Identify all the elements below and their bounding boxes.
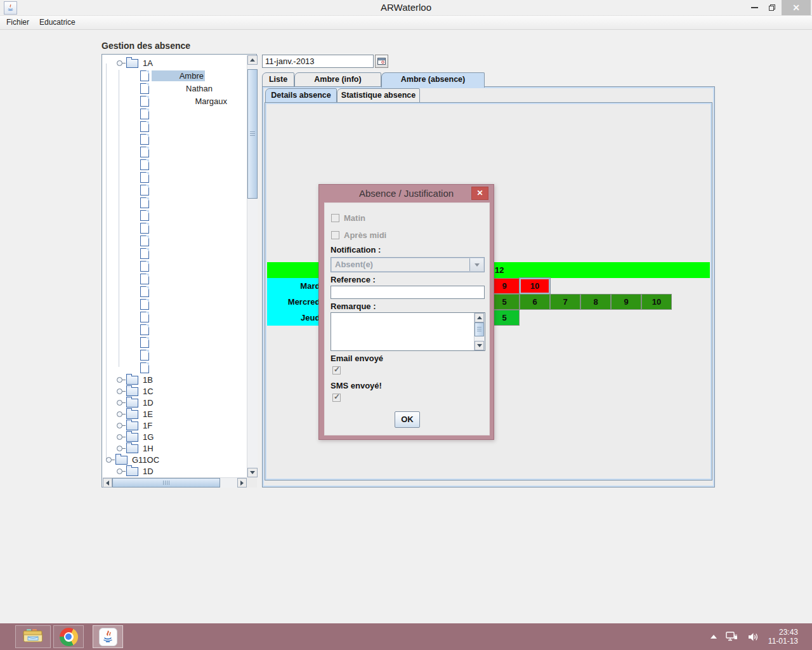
close-button[interactable]: ✕	[782, 0, 811, 15]
clock[interactable]: 23:43 11-01-13	[768, 628, 798, 646]
tree-leaf-empty-11[interactable]	[103, 196, 246, 209]
network-tray-icon[interactable]	[726, 632, 738, 642]
tab-ambre-info[interactable]: Ambre (info)	[294, 72, 381, 87]
tree-node-1e[interactable]: 1E	[103, 408, 246, 420]
expand-handle-icon[interactable]	[116, 432, 125, 441]
calendar-cell-mercredi-6[interactable]: 6	[520, 294, 550, 310]
tree-leaf-margaux[interactable]: Margaux	[103, 95, 246, 107]
dropdown-arrow-button[interactable]	[469, 258, 483, 271]
scroll-left-button[interactable]	[103, 478, 112, 488]
tree-leaf-empty-22[interactable]	[103, 336, 246, 348]
remarque-textarea[interactable]	[331, 312, 485, 351]
tree-leaf-empty-15[interactable]	[103, 247, 246, 260]
titlebar[interactable]: ARWaterloo ✕	[0, 0, 812, 16]
tree-leaf-empty-9[interactable]	[103, 171, 246, 183]
tree-leaf-nathan[interactable]: Nathan	[103, 82, 246, 95]
folder-icon	[126, 421, 138, 430]
tree-node-1c[interactable]: 1C	[103, 385, 246, 397]
ok-button[interactable]: OK	[395, 411, 420, 428]
tree-leaf-empty-20[interactable]	[103, 310, 246, 323]
tree-leaf-empty-13[interactable]	[103, 222, 246, 234]
vertical-scrollbar-thumb[interactable]	[475, 322, 484, 336]
tree-horizontal-scrollbar[interactable]	[103, 477, 247, 488]
sms-checkbox[interactable]	[332, 394, 341, 402]
reference-label: Reference :	[331, 275, 376, 284]
tree-leaf-empty-18[interactable]	[103, 285, 246, 298]
tab-details-absence[interactable]: Details absence	[265, 88, 337, 103]
tree-leaf-empty-8[interactable]	[103, 158, 246, 171]
scroll-down-button[interactable]	[475, 341, 484, 350]
expand-handle-icon[interactable]	[116, 58, 125, 67]
tree-leaf-empty-23[interactable]	[103, 348, 246, 361]
matin-checkbox[interactable]	[331, 214, 339, 222]
expand-handle-icon[interactable]	[116, 375, 125, 384]
tree-label	[152, 215, 154, 216]
notification-dropdown[interactable]: Absent(e)	[331, 257, 485, 272]
expand-handle-icon[interactable]	[105, 455, 114, 464]
taskbar-chrome-button[interactable]	[53, 625, 84, 648]
email-checkbox[interactable]	[332, 366, 341, 375]
folder-icon	[115, 456, 128, 465]
expand-handle-icon[interactable]	[116, 467, 125, 475]
expand-handle-icon[interactable]	[116, 444, 125, 453]
dialog-title[interactable]: Absence / Justification	[319, 185, 494, 202]
taskbar-explorer-button[interactable]	[15, 625, 51, 648]
calendar-cell-mercredi-7[interactable]: 7	[550, 294, 580, 310]
taskbar: 23:43 11-01-13	[0, 623, 812, 650]
tree-leaf-empty-10[interactable]	[103, 183, 246, 196]
expand-handle-icon[interactable]	[116, 421, 125, 430]
tab-liste[interactable]: Liste	[262, 72, 294, 87]
date-input[interactable]	[262, 55, 374, 68]
tree-vertical-scrollbar[interactable]	[247, 55, 258, 477]
reference-input[interactable]	[331, 286, 485, 299]
scroll-up-button[interactable]	[475, 313, 484, 322]
minimize-button[interactable]	[746, 0, 763, 15]
date-picker-button[interactable]	[375, 55, 388, 68]
expand-handle-icon[interactable]	[116, 398, 125, 407]
scroll-down-button[interactable]	[247, 468, 258, 477]
tree-leaf-empty-16[interactable]	[103, 260, 246, 272]
tree-leaf-empty-6[interactable]	[103, 133, 246, 145]
tree-leaf-empty-4[interactable]	[103, 107, 246, 120]
calendar-cell-mercredi-10[interactable]: 10	[641, 294, 672, 310]
tree-leaf-ambre[interactable]: Ambre	[103, 69, 246, 82]
volume-tray-icon[interactable]	[747, 632, 759, 642]
calendar-cell-mercredi-9[interactable]: 9	[611, 294, 641, 310]
tree-leaf-empty-21[interactable]	[103, 323, 246, 336]
menu-educatrice[interactable]: Educatrice	[34, 16, 81, 29]
tree-node-1g[interactable]: 1G	[103, 431, 246, 442]
apres-midi-checkbox[interactable]	[331, 231, 339, 239]
show-hidden-icons-button[interactable]	[710, 635, 717, 639]
tree-node-1h[interactable]: 1H	[103, 442, 246, 454]
tree-leaf-empty-5[interactable]	[103, 120, 246, 133]
tree-leaf-empty-14[interactable]	[103, 234, 246, 247]
tree-leaf-empty-17[interactable]	[103, 272, 246, 285]
textarea-scrollbar[interactable]	[474, 313, 485, 350]
tree-leaf-empty-24[interactable]	[103, 361, 246, 374]
calendar-cell-mercredi-8[interactable]: 8	[580, 294, 611, 310]
tree-node-g11oc[interactable]: G11OC	[103, 454, 246, 465]
vertical-scrollbar-thumb[interactable]	[247, 69, 258, 199]
horizontal-scrollbar-thumb[interactable]	[112, 478, 220, 488]
tab-statistique-absence[interactable]: Statistique absence	[337, 88, 420, 103]
tree-node-1f[interactable]: 1F	[103, 420, 246, 431]
tree-node-1a[interactable]: 1A	[103, 56, 246, 69]
document-icon	[140, 197, 149, 208]
expand-handle-icon[interactable]	[116, 409, 125, 418]
tree-node-1d[interactable]: 1D	[103, 397, 246, 408]
menu-fichier[interactable]: Fichier	[1, 16, 34, 29]
taskbar-java-button[interactable]	[93, 625, 123, 648]
tree-leaf-empty-12[interactable]	[103, 209, 246, 222]
tab-ambre-absence[interactable]: Ambre (absence)	[381, 72, 485, 88]
tree-node-1d[interactable]: 1D	[103, 465, 246, 477]
calendar-cell-mardi-10[interactable]: 10	[520, 278, 550, 294]
tree-label: 1E	[141, 409, 154, 420]
tree-node-1b[interactable]: 1B	[103, 374, 246, 385]
restore-button[interactable]	[764, 0, 780, 15]
scroll-right-button[interactable]	[237, 478, 247, 488]
tree-leaf-empty-19[interactable]	[103, 298, 246, 310]
expand-handle-icon[interactable]	[116, 387, 125, 395]
scroll-up-button[interactable]	[247, 55, 258, 65]
tree-leaf-empty-7[interactable]	[103, 145, 246, 158]
dialog-close-button[interactable]: ✕	[471, 187, 488, 200]
